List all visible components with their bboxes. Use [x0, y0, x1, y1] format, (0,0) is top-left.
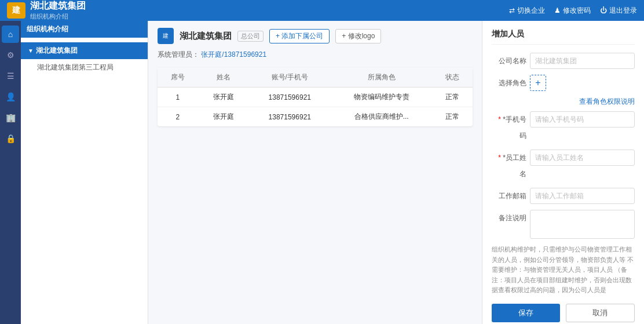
manager-link[interactable]: 张开庭/13871596921 [201, 50, 266, 59]
main-layout: ⌂ ⚙ ☰ 👤 🏢 🔒 组织机构介绍 ▼ 湖北建筑集团 湖北建筑集团第三工程局 … [0, 21, 644, 324]
org-tree-root[interactable]: ▼ 湖北建筑集团 [21, 42, 148, 59]
cell-role-1: 物资编码维护专责 [331, 88, 432, 107]
cell-role-2: 合格供应商维护... [331, 107, 432, 127]
cell-seq-1: 1 [158, 88, 198, 107]
company-name-title: 湖北建筑集团 [180, 31, 232, 42]
col-seq: 席号 [158, 68, 198, 88]
email-label: 工作邮箱 [492, 188, 526, 204]
form-row-employee: *员工姓名 [492, 150, 635, 182]
form-title: 增加人员 [492, 29, 635, 45]
note-label: 备注说明 [492, 210, 526, 226]
sidebar-icon-shield[interactable]: 🔒 [2, 130, 19, 147]
company-header: 建 湖北建筑集团 总公司 + 添加下属公司 + 修改logo [158, 28, 473, 44]
col-name: 姓名 [198, 68, 248, 88]
sidebar-icon-settings[interactable]: ⚙ [2, 46, 19, 64]
cell-account-1: 13871596921 [248, 88, 331, 107]
top-nav-right: ⇄ 切换企业 ♟ 修改密码 ⏻ 退出登录 [509, 6, 637, 16]
sidebar-icon-user[interactable]: 👤 [2, 88, 19, 105]
company-tag: 总公司 [237, 31, 264, 42]
app-subtitle: 组织机构介绍 [30, 12, 86, 21]
manager-line: 系统管理员： 张开庭/13871596921 [158, 50, 473, 60]
sidebar-icons: ⌂ ⚙ ☰ 👤 🏢 🔒 [0, 21, 21, 324]
tree-arrow-icon: ▼ [28, 48, 34, 54]
table-row: 2 张开庭 13871596921 合格供应商维护... 正常 [158, 107, 473, 127]
company-name-label: 公司名称 [492, 53, 526, 69]
role-label: 选择角色 [492, 75, 526, 91]
col-status: 状态 [432, 68, 473, 88]
org-panel-header: 组织机构介绍 [21, 21, 148, 38]
table-row: 1 张开庭 13871596921 物资编码维护专责 正常 [158, 88, 473, 107]
cell-status-1: 正常 [432, 88, 473, 107]
form-row-phone: *手机号码 [492, 111, 635, 144]
table-header: 席号 姓名 账号/手机号 所属角色 状态 [158, 68, 473, 88]
add-sub-company-button[interactable]: + 添加下属公司 [269, 29, 330, 43]
switch-icon: ⇄ [509, 6, 515, 14]
sidebar-icon-building[interactable]: 🏢 [2, 109, 19, 126]
logout-btn[interactable]: ⏻ 退出登录 [600, 6, 637, 16]
top-nav: 建 湖北建筑集团 组织机构介绍 ⇄ 切换企业 ♟ 修改密码 ⏻ 退出登录 [0, 0, 644, 21]
cell-account-2: 13871596921 [248, 107, 331, 127]
org-tree: ▼ 湖北建筑集团 湖北建筑集团第三工程局 [21, 38, 148, 81]
role-add-button[interactable]: + [530, 75, 546, 91]
content-area: 建 湖北建筑集团 总公司 + 添加下属公司 + 修改logo 系统管理员： 张开… [148, 21, 482, 324]
logout-icon: ⏻ [600, 6, 607, 14]
cell-name-2: 张开庭 [198, 107, 248, 127]
cell-status-2: 正常 [432, 107, 473, 127]
switch-company-btn[interactable]: ⇄ 切换企业 [509, 6, 545, 16]
company-icon: 建 [158, 28, 174, 44]
form-row-role: 选择角色 + [492, 75, 635, 91]
col-account: 账号/手机号 [248, 68, 331, 88]
save-button[interactable]: 保存 [492, 304, 560, 322]
employee-name-label: *员工姓名 [492, 150, 526, 182]
permission-link[interactable]: 查看角色权限说明 [492, 97, 635, 107]
org-tree-child-item[interactable]: 湖北建筑集团第三工程局 [21, 59, 148, 76]
form-panel: 增加人员 公司名称 选择角色 + 查看角色权限说明 *手机号码 *员工姓名 工作… [482, 21, 644, 324]
app-title: 湖北建筑集团 [30, 0, 86, 12]
phone-label: *手机号码 [492, 111, 526, 144]
sidebar-icon-list[interactable]: ☰ [2, 67, 19, 85]
top-nav-left: 建 湖北建筑集团 组织机构介绍 [7, 0, 86, 21]
form-note: 组织机构维护时，只需维护与公司物资管理工作相关的人员，例如公司分管领导，物资部负… [492, 245, 635, 296]
cell-name-1: 张开庭 [198, 88, 248, 107]
form-row-note: 备注说明 [492, 210, 635, 239]
cell-seq-2: 2 [158, 107, 198, 127]
change-password-btn[interactable]: ♟ 修改密码 [554, 6, 591, 16]
user-nav-icon: ♟ [554, 6, 561, 14]
edit-logo-button[interactable]: + 修改logo [335, 29, 381, 43]
form-row-company: 公司名称 [492, 53, 635, 69]
sidebar-icon-home[interactable]: ⌂ [2, 26, 19, 43]
note-input[interactable] [530, 210, 635, 239]
email-input[interactable] [530, 188, 635, 204]
form-row-email: 工作邮箱 [492, 188, 635, 204]
company-name-input[interactable] [530, 53, 635, 69]
org-panel: 组织机构介绍 ▼ 湖北建筑集团 湖北建筑集团第三工程局 [21, 21, 148, 324]
cancel-button[interactable]: 取消 [566, 304, 635, 322]
form-actions: 保存 取消 [492, 304, 635, 322]
table-body: 1 张开庭 13871596921 物资编码维护专责 正常 2 张开庭 1387… [158, 88, 473, 127]
data-table: 席号 姓名 账号/手机号 所属角色 状态 1 张开庭 13871596921 物… [158, 68, 473, 126]
employee-name-input[interactable] [530, 150, 635, 166]
col-role: 所属角色 [331, 68, 432, 88]
phone-input[interactable] [530, 111, 635, 128]
app-logo: 建 [7, 2, 25, 19]
